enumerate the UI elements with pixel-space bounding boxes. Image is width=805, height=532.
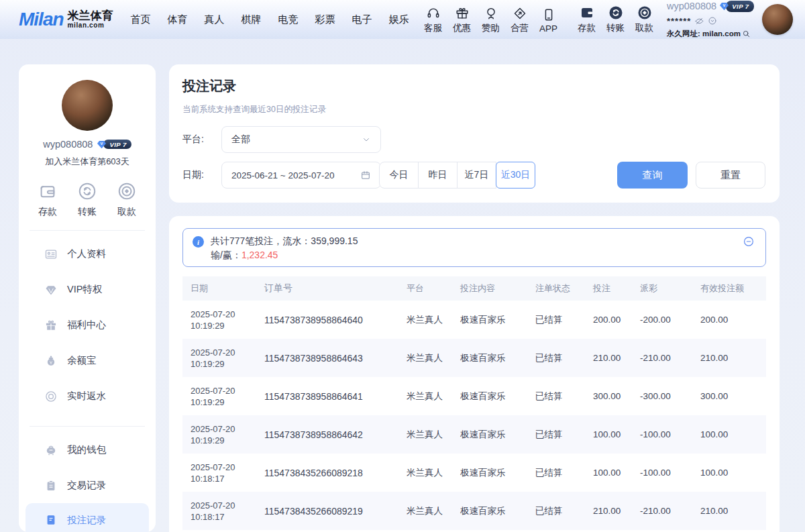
cell-content: 极速百家乐 [452,429,527,441]
sidebar-avatar[interactable] [62,80,113,131]
nav-item-live[interactable]: 真人 [205,13,225,26]
col-platform: 平台 [398,282,452,295]
cell-payout: -100.00 [632,468,692,478]
topbar-action-label: 客服 [424,22,442,34]
sidebar-item-transactions[interactable]: 交易记录 [19,468,156,503]
cell-date: 2025-07-20 [191,500,235,511]
perma-url: 永久网址: milan.com [667,28,741,40]
platform-select[interactable]: 全部 [221,126,381,153]
cell-time: 10:19:29 [191,359,225,369]
nav-item-sports[interactable]: 体育 [168,13,188,26]
vip-gem-icon: V [719,2,729,11]
sidebar-item-welfare[interactable]: 福利中心 [19,307,156,343]
svg-text:V: V [101,142,103,146]
nav-item-lottery[interactable]: 彩票 [315,13,335,26]
table-row: 2025-07-2010:19:29 1154738738958864643 米… [182,339,766,377]
document-icon [44,513,58,527]
quick-withdraw[interactable]: 取款 [117,181,137,218]
topbar-action-sponsor[interactable]: 赞助 [476,5,505,34]
cell-content: 极速百家乐 [452,314,527,326]
reset-button[interactable]: 重置 [696,162,765,189]
nav-item-home[interactable]: 首页 [131,13,151,26]
query-button[interactable]: 查询 [617,162,688,189]
user-info: wyp080808 V VIP 7 ****** 永久网址: milan.com [667,0,758,40]
table-row: 2025-07-2010:18:17 1154738435266089219 米… [182,492,766,530]
magnifier-icon[interactable] [742,30,751,38]
topbar-deposit[interactable]: 存款 [572,5,601,34]
date-label: 日期: [182,169,208,181]
cell-valid: 100.00 [692,429,766,439]
cell-content: 极速百家乐 [452,505,527,517]
sidebar-item-label: 投注记录 [67,514,106,527]
topbar-action-promo[interactable]: 优惠 [447,5,476,34]
brand-logo-script: Milan [19,9,64,30]
quick-deposit[interactable]: 存款 [38,181,58,218]
piggy-bank-icon [44,443,58,457]
topbar: Milan 米兰体育 milan.com 首页 体育 真人 棋牌 电竞 彩票 电… [0,0,805,39]
col-date: 日期 [182,282,256,295]
sidebar-username: wyp080808 [43,139,93,150]
range-7days-button[interactable]: 近7日 [457,162,496,189]
cell-order: 1154738435266089218 [256,468,398,478]
eye-off-icon[interactable] [694,16,704,26]
nav-item-cards[interactable]: 棋牌 [241,13,262,26]
wallet-icon [38,181,58,201]
nav-item-casino[interactable]: 娱乐 [389,13,409,26]
quick-action-label: 转账 [78,206,97,218]
summary-line1: 共计777笔投注，流水：359,999.15 [211,234,743,248]
cell-status: 已结算 [527,429,585,441]
date-range-input[interactable]: 2025-06-21 ~ 2025-07-20 [221,162,381,189]
cell-payout: -210.00 [632,353,692,363]
range-yesterday-button[interactable]: 昨日 [418,162,458,189]
gift-icon [44,319,58,332]
summary-total-value: 359,999.15 [311,235,358,246]
topbar-wallet-group: 存款 转账 取款 [572,5,659,34]
cell-valid: 200.00 [692,315,766,325]
sidebar-item-wallet[interactable]: 我的钱包 [19,432,156,468]
summary-total-label: 共计777笔投注，流水： [211,235,311,246]
cell-payout: -200.00 [632,315,692,325]
cell-date: 2025-07-20 [191,386,235,396]
col-bet: 投注 [585,282,632,295]
cell-status: 已结算 [527,390,585,403]
range-today-button[interactable]: 今日 [379,162,419,189]
cell-bet: 210.00 [585,506,632,516]
transfer-icon [608,5,624,21]
cell-payout: -210.00 [632,506,692,516]
summary-winloss-label: 输/赢： [211,250,241,260]
quick-action-label: 取款 [117,206,136,218]
collapse-icon[interactable] [743,235,755,248]
sidebar-item-bet-records[interactable]: 投注记录 [25,503,149,532]
topbar-withdraw[interactable]: 取款 [630,5,659,34]
cell-bet: 100.00 [585,429,632,439]
vip-badge: V VIP 7 [97,140,131,149]
sidebar-item-profile[interactable]: 个人资料 [19,236,156,272]
topbar-action-service[interactable]: 客服 [419,5,447,34]
target-icon [44,390,58,403]
avatar[interactable] [762,4,793,35]
cell-bet: 210.00 [585,353,632,363]
sidebar-item-yuebao[interactable]: 余额宝 [19,343,156,378]
cell-platform: 米兰真人 [398,505,452,517]
sidebar-item-vip[interactable]: VIP特权 [19,272,156,307]
chevron-down-icon [362,135,371,144]
cell-valid: 210.00 [692,506,766,516]
svg-text:V: V [723,3,726,7]
nav-item-slots[interactable]: 电子 [352,13,372,26]
cell-payout: -100.00 [632,429,692,439]
quick-transfer[interactable]: 转账 [77,181,97,218]
topbar-action-partner[interactable]: 合营 [505,5,534,34]
range-30days-button[interactable]: 近30日 [496,162,535,189]
topbar-action-app[interactable]: APP [534,6,563,34]
nav-item-esports[interactable]: 电竞 [278,13,299,26]
cell-status: 已结算 [527,505,585,517]
calendar-icon [360,170,371,180]
sidebar-item-rebate[interactable]: 实时返水 [19,378,156,414]
chevron-circle-icon[interactable] [708,16,717,25]
topbar-transfer[interactable]: 转账 [601,5,630,34]
main-nav: 首页 体育 真人 棋牌 电竞 彩票 电子 娱乐 [131,13,409,26]
table-row: 2025-07-2010:19:29 1154738738958864642 米… [182,415,766,454]
cell-date: 2025-07-20 [191,424,235,434]
brand-logo[interactable]: Milan 米兰体育 milan.com [19,9,113,30]
sidebar-item-label: 余额宝 [67,354,97,367]
